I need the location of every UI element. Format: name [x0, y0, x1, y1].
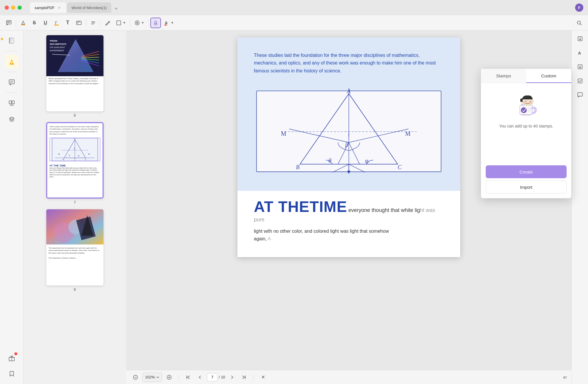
checkmark-icon [577, 78, 583, 84]
divider [86, 19, 86, 26]
right-tool-chat[interactable] [574, 89, 586, 101]
comment-icon [6, 20, 12, 26]
sidebar-item-annotations[interactable] [5, 76, 18, 89]
stamps-tab-custom[interactable]: Custom [526, 69, 571, 83]
thumb-card-8[interactable]: This experiment can be repeated over and… [46, 209, 103, 286]
thumbnail-6: PRISM DECOMPOSITI ON SUNLIGHT EXPERIMENT [27, 35, 123, 118]
svg-point-109 [530, 101, 532, 103]
text-box-button[interactable] [74, 18, 84, 28]
first-page-button[interactable] [183, 373, 193, 382]
sidebar-item-bookmark[interactable] [5, 367, 18, 380]
thumb-page-7: 7 [74, 200, 76, 205]
pencil-button[interactable] [102, 18, 113, 28]
list-button[interactable] [88, 18, 98, 28]
svg-text:C: C [398, 164, 402, 170]
import-stamp-button[interactable]: Import [486, 181, 567, 193]
text-format-button[interactable]: T [62, 18, 73, 28]
svg-point-16 [154, 21, 157, 23]
text-color-button[interactable]: T [51, 18, 62, 28]
bookmark-icon [9, 371, 15, 377]
close-bottom-button[interactable]: ✕ [258, 373, 268, 382]
minimize-button[interactable] [11, 6, 15, 10]
last-page-icon [242, 375, 246, 380]
underline-button[interactable]: U [40, 18, 51, 28]
title-bar: samplePDF ✕ World of Microbes(1) + F [0, 0, 588, 15]
highlight-icon [20, 20, 26, 26]
mascot-icon [511, 89, 541, 118]
zoom-control[interactable]: 102% [142, 373, 162, 382]
add-tab-button[interactable]: + [112, 5, 120, 13]
prev-page-button[interactable] [195, 373, 205, 382]
shape-button[interactable]: ▼ [113, 18, 128, 28]
format-a-icon: A [577, 50, 583, 56]
stamps-content: You can add up to 40 stamps. [481, 83, 571, 165]
stamps-mascot [511, 89, 541, 118]
last-page-button[interactable] [239, 373, 249, 382]
right-tool-3[interactable] [574, 61, 586, 73]
svg-rect-103 [520, 98, 523, 102]
sidebar-item-layers[interactable] [5, 112, 18, 126]
color-button[interactable]: A ▼ [162, 18, 176, 28]
right-tool-2[interactable]: A [574, 47, 586, 59]
svg-text:M: M [405, 130, 411, 137]
sidebar-item-highlight[interactable] [5, 55, 18, 68]
sidebar-item-pages[interactable] [5, 34, 18, 47]
tab-world-of-microbes[interactable]: World of Microbes(1) [67, 2, 111, 13]
page-input[interactable] [207, 373, 217, 381]
create-stamp-button[interactable]: Create [486, 165, 567, 178]
chat-icon [577, 92, 583, 98]
thumb-page-6: 6 [74, 113, 76, 118]
thumb-card-6[interactable]: PRISM DECOMPOSITI ON SUNLIGHT EXPERIMENT [46, 35, 103, 111]
svg-rect-120 [578, 79, 582, 83]
svg-text:DECOMPOSITI: DECOMPOSITI [50, 43, 66, 45]
zoom-in-button[interactable] [164, 373, 174, 382]
stamps-tab-stamps[interactable]: Stamps [481, 69, 526, 83]
crop-icon [134, 20, 140, 26]
sidebar-item-organize[interactable] [5, 96, 18, 110]
custom-tab-label: Custom [541, 73, 556, 78]
left-sidebar [0, 30, 23, 384]
svg-text:ON SUNLIGHT: ON SUNLIGHT [50, 46, 65, 49]
right-tool-1[interactable] [574, 33, 586, 45]
export-icon [577, 36, 583, 42]
annotations-icon [9, 79, 15, 86]
thumb-card-7[interactable]: These studies laid the foundation for th… [46, 122, 103, 198]
sidebar-item-gift[interactable] [5, 351, 18, 365]
close-button[interactable] [5, 6, 9, 10]
svg-rect-28 [9, 80, 14, 84]
svg-rect-26 [10, 38, 14, 43]
search-button[interactable] [574, 18, 584, 28]
sidebar-divider [6, 72, 18, 72]
search-icon [576, 20, 582, 26]
gift-icon [9, 355, 15, 361]
zoom-level: 102% [145, 375, 155, 379]
divider [253, 374, 254, 381]
svg-rect-13 [117, 21, 121, 25]
organize-icon [9, 100, 15, 106]
tab-samplePDF[interactable]: samplePDF ✕ [30, 2, 66, 13]
svg-text:B: B [296, 164, 299, 170]
highlight-button[interactable] [18, 18, 28, 28]
tab-close-button[interactable]: ✕ [57, 5, 62, 10]
zoom-out-button[interactable] [131, 373, 140, 382]
right-tool-4[interactable] [574, 75, 586, 87]
thumb7-content: These studies laid the foundation for th… [47, 123, 103, 181]
sidebar-divider [6, 51, 18, 51]
sidebar-divider [6, 93, 18, 93]
stamp-icon [153, 20, 159, 26]
next-page-button[interactable] [227, 373, 237, 382]
maximize-button[interactable] [18, 6, 22, 10]
svg-point-14 [135, 21, 139, 25]
comment-button[interactable] [4, 18, 14, 28]
stamp-button[interactable] [150, 18, 161, 28]
thumb8-text: This experiment can be repeated over and… [46, 244, 103, 261]
prism-diagram-svg: A B C β M M θ φ [254, 82, 444, 181]
page-heading: AT THETIME [254, 198, 347, 215]
page-intro-text: These studies laid the foundation for th… [254, 52, 444, 75]
highlight-tool-icon [9, 58, 15, 65]
divider [179, 374, 179, 381]
text-color-icon: T [54, 20, 60, 26]
prev-page-icon [198, 375, 202, 380]
strikethrough-button[interactable]: S [29, 18, 40, 28]
crop-button[interactable]: ▼ [132, 18, 147, 28]
